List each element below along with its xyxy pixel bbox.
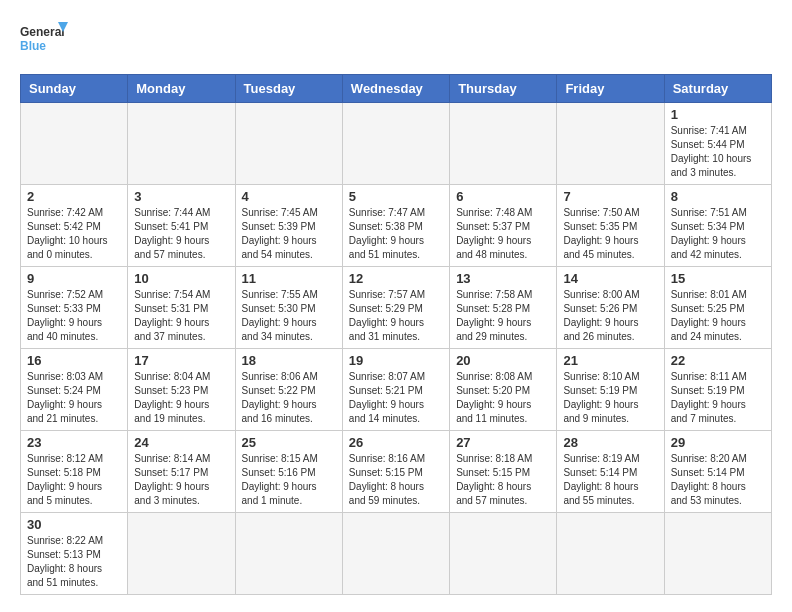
calendar-cell: 21Sunrise: 8:10 AM Sunset: 5:19 PM Dayli…: [557, 349, 664, 431]
day-info: Sunrise: 7:48 AM Sunset: 5:37 PM Dayligh…: [456, 206, 550, 262]
day-info: Sunrise: 8:16 AM Sunset: 5:15 PM Dayligh…: [349, 452, 443, 508]
calendar-cell: 8Sunrise: 7:51 AM Sunset: 5:34 PM Daylig…: [664, 185, 771, 267]
calendar-cell: 27Sunrise: 8:18 AM Sunset: 5:15 PM Dayli…: [450, 431, 557, 513]
day-number: 22: [671, 353, 765, 368]
day-info: Sunrise: 7:55 AM Sunset: 5:30 PM Dayligh…: [242, 288, 336, 344]
day-number: 16: [27, 353, 121, 368]
logo-svg: General Blue: [20, 20, 70, 64]
calendar-cell: 30Sunrise: 8:22 AM Sunset: 5:13 PM Dayli…: [21, 513, 128, 595]
calendar-cell: 26Sunrise: 8:16 AM Sunset: 5:15 PM Dayli…: [342, 431, 449, 513]
day-info: Sunrise: 7:45 AM Sunset: 5:39 PM Dayligh…: [242, 206, 336, 262]
calendar-cell: [235, 513, 342, 595]
calendar-cell: [235, 103, 342, 185]
day-info: Sunrise: 8:14 AM Sunset: 5:17 PM Dayligh…: [134, 452, 228, 508]
day-number: 5: [349, 189, 443, 204]
day-info: Sunrise: 7:42 AM Sunset: 5:42 PM Dayligh…: [27, 206, 121, 262]
calendar-cell: 13Sunrise: 7:58 AM Sunset: 5:28 PM Dayli…: [450, 267, 557, 349]
day-number: 29: [671, 435, 765, 450]
calendar-cell: [128, 513, 235, 595]
day-number: 24: [134, 435, 228, 450]
header-tuesday: Tuesday: [235, 75, 342, 103]
calendar-cell: 19Sunrise: 8:07 AM Sunset: 5:21 PM Dayli…: [342, 349, 449, 431]
day-number: 12: [349, 271, 443, 286]
calendar: SundayMondayTuesdayWednesdayThursdayFrid…: [20, 74, 772, 595]
day-number: 2: [27, 189, 121, 204]
calendar-cell: 6Sunrise: 7:48 AM Sunset: 5:37 PM Daylig…: [450, 185, 557, 267]
svg-text:Blue: Blue: [20, 39, 46, 53]
day-info: Sunrise: 8:12 AM Sunset: 5:18 PM Dayligh…: [27, 452, 121, 508]
calendar-cell: [557, 103, 664, 185]
header-friday: Friday: [557, 75, 664, 103]
day-info: Sunrise: 7:50 AM Sunset: 5:35 PM Dayligh…: [563, 206, 657, 262]
day-number: 9: [27, 271, 121, 286]
calendar-cell: 24Sunrise: 8:14 AM Sunset: 5:17 PM Dayli…: [128, 431, 235, 513]
calendar-cell: [450, 103, 557, 185]
calendar-cell: 3Sunrise: 7:44 AM Sunset: 5:41 PM Daylig…: [128, 185, 235, 267]
calendar-cell: 14Sunrise: 8:00 AM Sunset: 5:26 PM Dayli…: [557, 267, 664, 349]
calendar-cell: [21, 103, 128, 185]
day-number: 13: [456, 271, 550, 286]
calendar-week-6: 30Sunrise: 8:22 AM Sunset: 5:13 PM Dayli…: [21, 513, 772, 595]
calendar-cell: 28Sunrise: 8:19 AM Sunset: 5:14 PM Dayli…: [557, 431, 664, 513]
header-saturday: Saturday: [664, 75, 771, 103]
day-info: Sunrise: 7:47 AM Sunset: 5:38 PM Dayligh…: [349, 206, 443, 262]
day-info: Sunrise: 7:41 AM Sunset: 5:44 PM Dayligh…: [671, 124, 765, 180]
day-number: 26: [349, 435, 443, 450]
calendar-cell: 1Sunrise: 7:41 AM Sunset: 5:44 PM Daylig…: [664, 103, 771, 185]
calendar-cell: 5Sunrise: 7:47 AM Sunset: 5:38 PM Daylig…: [342, 185, 449, 267]
day-number: 1: [671, 107, 765, 122]
day-number: 20: [456, 353, 550, 368]
day-number: 27: [456, 435, 550, 450]
day-info: Sunrise: 8:18 AM Sunset: 5:15 PM Dayligh…: [456, 452, 550, 508]
calendar-cell: 7Sunrise: 7:50 AM Sunset: 5:35 PM Daylig…: [557, 185, 664, 267]
calendar-cell: 11Sunrise: 7:55 AM Sunset: 5:30 PM Dayli…: [235, 267, 342, 349]
day-number: 10: [134, 271, 228, 286]
day-number: 21: [563, 353, 657, 368]
header-thursday: Thursday: [450, 75, 557, 103]
day-info: Sunrise: 8:03 AM Sunset: 5:24 PM Dayligh…: [27, 370, 121, 426]
day-info: Sunrise: 8:07 AM Sunset: 5:21 PM Dayligh…: [349, 370, 443, 426]
calendar-cell: 17Sunrise: 8:04 AM Sunset: 5:23 PM Dayli…: [128, 349, 235, 431]
calendar-cell: [342, 513, 449, 595]
calendar-cell: 22Sunrise: 8:11 AM Sunset: 5:19 PM Dayli…: [664, 349, 771, 431]
calendar-cell: [664, 513, 771, 595]
calendar-cell: 16Sunrise: 8:03 AM Sunset: 5:24 PM Dayli…: [21, 349, 128, 431]
day-number: 28: [563, 435, 657, 450]
day-number: 19: [349, 353, 443, 368]
calendar-week-5: 23Sunrise: 8:12 AM Sunset: 5:18 PM Dayli…: [21, 431, 772, 513]
calendar-week-4: 16Sunrise: 8:03 AM Sunset: 5:24 PM Dayli…: [21, 349, 772, 431]
calendar-cell: 10Sunrise: 7:54 AM Sunset: 5:31 PM Dayli…: [128, 267, 235, 349]
calendar-cell: 23Sunrise: 8:12 AM Sunset: 5:18 PM Dayli…: [21, 431, 128, 513]
day-number: 18: [242, 353, 336, 368]
logo: General Blue: [20, 20, 70, 64]
calendar-cell: [557, 513, 664, 595]
day-info: Sunrise: 8:04 AM Sunset: 5:23 PM Dayligh…: [134, 370, 228, 426]
calendar-cell: [450, 513, 557, 595]
day-info: Sunrise: 8:10 AM Sunset: 5:19 PM Dayligh…: [563, 370, 657, 426]
day-number: 3: [134, 189, 228, 204]
calendar-cell: 12Sunrise: 7:57 AM Sunset: 5:29 PM Dayli…: [342, 267, 449, 349]
day-info: Sunrise: 8:01 AM Sunset: 5:25 PM Dayligh…: [671, 288, 765, 344]
calendar-cell: 25Sunrise: 8:15 AM Sunset: 5:16 PM Dayli…: [235, 431, 342, 513]
calendar-week-2: 2Sunrise: 7:42 AM Sunset: 5:42 PM Daylig…: [21, 185, 772, 267]
day-info: Sunrise: 7:51 AM Sunset: 5:34 PM Dayligh…: [671, 206, 765, 262]
day-info: Sunrise: 7:57 AM Sunset: 5:29 PM Dayligh…: [349, 288, 443, 344]
day-number: 7: [563, 189, 657, 204]
day-info: Sunrise: 7:44 AM Sunset: 5:41 PM Dayligh…: [134, 206, 228, 262]
calendar-cell: 2Sunrise: 7:42 AM Sunset: 5:42 PM Daylig…: [21, 185, 128, 267]
calendar-header-row: SundayMondayTuesdayWednesdayThursdayFrid…: [21, 75, 772, 103]
day-info: Sunrise: 8:22 AM Sunset: 5:13 PM Dayligh…: [27, 534, 121, 590]
day-info: Sunrise: 8:00 AM Sunset: 5:26 PM Dayligh…: [563, 288, 657, 344]
day-number: 25: [242, 435, 336, 450]
day-info: Sunrise: 8:15 AM Sunset: 5:16 PM Dayligh…: [242, 452, 336, 508]
day-number: 17: [134, 353, 228, 368]
calendar-week-3: 9Sunrise: 7:52 AM Sunset: 5:33 PM Daylig…: [21, 267, 772, 349]
day-info: Sunrise: 8:19 AM Sunset: 5:14 PM Dayligh…: [563, 452, 657, 508]
day-info: Sunrise: 7:52 AM Sunset: 5:33 PM Dayligh…: [27, 288, 121, 344]
day-number: 8: [671, 189, 765, 204]
page-header: General Blue: [20, 20, 772, 64]
day-info: Sunrise: 8:08 AM Sunset: 5:20 PM Dayligh…: [456, 370, 550, 426]
day-number: 11: [242, 271, 336, 286]
day-info: Sunrise: 7:58 AM Sunset: 5:28 PM Dayligh…: [456, 288, 550, 344]
day-info: Sunrise: 7:54 AM Sunset: 5:31 PM Dayligh…: [134, 288, 228, 344]
